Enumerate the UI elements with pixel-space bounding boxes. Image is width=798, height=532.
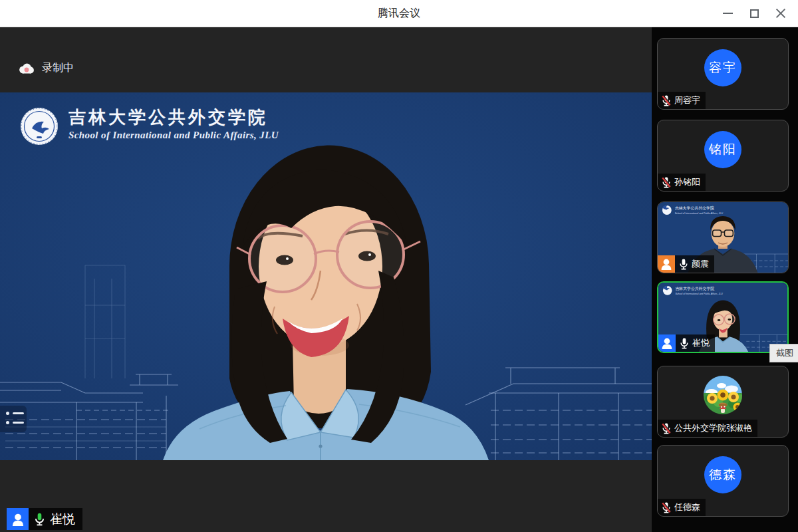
- close-icon: [775, 8, 786, 19]
- list-bar: [13, 412, 24, 414]
- participant-name: 任德森: [674, 501, 700, 513]
- sunflower-avatar-image: [704, 376, 742, 414]
- mic-icon: [678, 258, 690, 270]
- mic-glyph: [678, 258, 690, 270]
- mic-muted-icon: [660, 94, 672, 106]
- participants-sidebar: 容宇 周容宇铭阳 孙铭阳 吉林大学公共外交学院 School of In: [652, 27, 798, 532]
- minimize-icon: [723, 13, 733, 14]
- window-title: 腾讯会议: [0, 0, 798, 27]
- participant-name: 孙铭阳: [674, 176, 700, 188]
- maximize-button[interactable]: [741, 0, 767, 27]
- logo-title-cn: 吉林大学公共外交学院: [68, 107, 279, 127]
- participant-initials-avatar: 德森: [704, 456, 741, 493]
- participant-name: 崔悦: [692, 337, 710, 349]
- mic-muted-icon: [660, 176, 672, 188]
- virtual-background-logo: 吉林大学公共外交学院 School of International and P…: [20, 107, 279, 146]
- maximize-icon: [750, 9, 759, 18]
- participant-tile-4[interactable]: 吉林大学公共外交学院 School of International and P…: [657, 281, 789, 353]
- participant-tile-3[interactable]: 吉林大学公共外交学院 School of International and P…: [657, 201, 789, 273]
- list-bar: [13, 422, 24, 424]
- list-dot: [6, 421, 9, 424]
- window-controls: [714, 0, 794, 27]
- minimize-button[interactable]: [714, 0, 741, 27]
- participant-initials-avatar: 容宇: [704, 49, 741, 86]
- avatar-initials: 铭阳: [709, 141, 737, 158]
- meeting-content: 录制中: [0, 27, 798, 532]
- avatar-initials: 德森: [709, 466, 737, 483]
- speaker-role-badge: [7, 508, 29, 530]
- avatar-initials: 容宇: [709, 59, 737, 76]
- recording-indicator: 录制中: [18, 61, 74, 75]
- close-button[interactable]: [767, 0, 794, 27]
- mini-logo-en: School of International and Public Affai…: [675, 293, 723, 295]
- participant-name: 公共外交学院张淑艳: [674, 422, 752, 434]
- window-titlebar: 腾讯会议: [0, 0, 798, 27]
- participant-label: 颜震: [658, 255, 714, 273]
- participant-name: 周容宇: [674, 94, 700, 106]
- participant-tile-2[interactable]: 铭阳 孙铭阳: [657, 120, 789, 192]
- mic-muted-icon: [660, 501, 672, 513]
- mic-glyph: [660, 501, 672, 513]
- mic-muted-icon: [660, 422, 672, 434]
- logo-title-en: School of International and Public Affai…: [68, 130, 279, 141]
- mic-glyph: [660, 422, 672, 434]
- participant-name: 颜震: [692, 258, 709, 270]
- screenshot-tooltip: 截图: [769, 344, 798, 362]
- participant-label: 孙铭阳: [658, 174, 706, 191]
- mini-logo-cn: 吉林大学公共外交学院: [675, 286, 714, 291]
- mic-glyph: [678, 337, 690, 349]
- main-speaker-name: 崔悦: [50, 511, 75, 528]
- person-icon: [660, 336, 674, 350]
- person-icon: [660, 257, 673, 271]
- participant-tile-5[interactable]: 公共外交学院张淑艳: [657, 366, 789, 438]
- participant-role-badge: [658, 334, 676, 352]
- mic-glyph: [660, 176, 672, 188]
- mini-logo-en: School of International and Public Affai…: [675, 212, 724, 215]
- mic-icon: [678, 337, 690, 349]
- mic-active-icon: [33, 512, 47, 526]
- recording-label: 录制中: [42, 61, 74, 75]
- cloud-recording-icon: [18, 63, 35, 74]
- participant-label: 周容宇: [658, 92, 706, 109]
- mini-logo-cn: 吉林大学公共外交学院: [675, 205, 714, 211]
- participant-tile-6[interactable]: 德森 任德森: [657, 445, 789, 517]
- main-stage: 录制中: [0, 27, 652, 532]
- participant-initials-avatar: 铭阳: [704, 131, 741, 168]
- main-video-scene: [0, 92, 652, 460]
- meeting-list-button[interactable]: [0, 406, 27, 432]
- main-video[interactable]: 吉林大学公共外交学院 School of International and P…: [0, 92, 652, 460]
- main-speaker-label: 崔悦: [7, 508, 82, 530]
- participant-label: 崔悦: [658, 334, 715, 352]
- list-dot: [6, 412, 9, 415]
- university-seal-icon: [20, 107, 59, 146]
- participant-role-badge: [658, 255, 675, 273]
- participant-picture-avatar: [704, 376, 742, 414]
- participant-tile-1[interactable]: 容宇 周容宇: [657, 38, 789, 110]
- mic-glyph: [660, 94, 672, 106]
- participant-label: 任德森: [658, 499, 706, 516]
- person-icon: [11, 512, 25, 527]
- participant-label: 公共外交学院张淑艳: [658, 420, 757, 437]
